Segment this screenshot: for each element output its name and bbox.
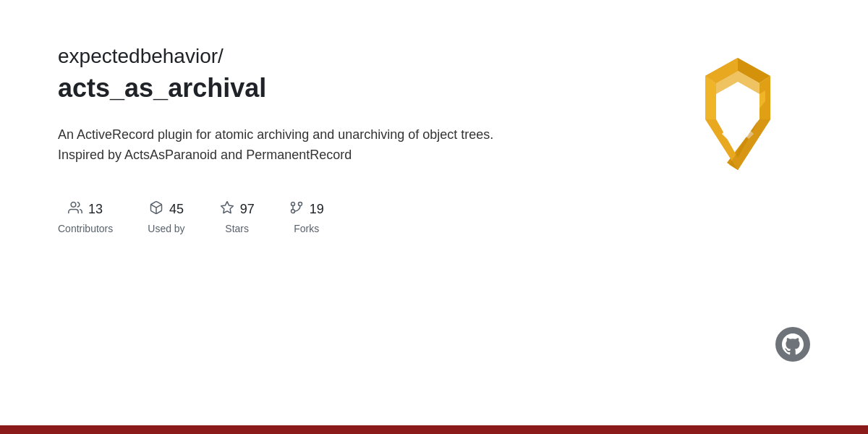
svg-point-0 [71, 203, 76, 208]
github-logo-icon [782, 333, 804, 355]
forks-label: Forks [294, 223, 319, 234]
main-container: expectedbehavior/ acts_as_archival An Ac… [0, 0, 868, 234]
used-by-count: 45 [169, 202, 184, 217]
repo-owner: expectedbehavior/ [58, 43, 550, 69]
bottom-bar [0, 425, 868, 434]
stars-label: Stars [225, 223, 249, 234]
stat-forks: 19 Forks [289, 200, 324, 234]
used-by-icon [149, 200, 163, 218]
hex-logo [665, 51, 810, 195]
stat-stars: 97 Stars [220, 200, 255, 234]
stars-icon [220, 200, 234, 218]
used-by-label: Used by [148, 223, 184, 234]
stats-row: 13 Contributors 45 Used by [58, 200, 550, 234]
stars-count: 97 [240, 202, 255, 217]
stat-used-by: 45 Used by [148, 200, 184, 234]
github-icon-container[interactable] [775, 327, 810, 362]
left-content: expectedbehavior/ acts_as_archival An Ac… [58, 43, 550, 234]
right-content [665, 43, 810, 195]
forks-count: 19 [310, 202, 324, 217]
svg-marker-2 [221, 202, 233, 213]
forks-icon [289, 200, 304, 218]
repo-name: acts_as_archival [58, 72, 550, 103]
contributors-icon [68, 200, 82, 218]
repo-description: An ActiveRecord plugin for atomic archiv… [58, 124, 506, 166]
contributors-count: 13 [88, 202, 103, 217]
stat-contributors: 13 Contributors [58, 200, 113, 234]
contributors-label: Contributors [58, 223, 113, 234]
github-avatar[interactable] [775, 327, 810, 362]
